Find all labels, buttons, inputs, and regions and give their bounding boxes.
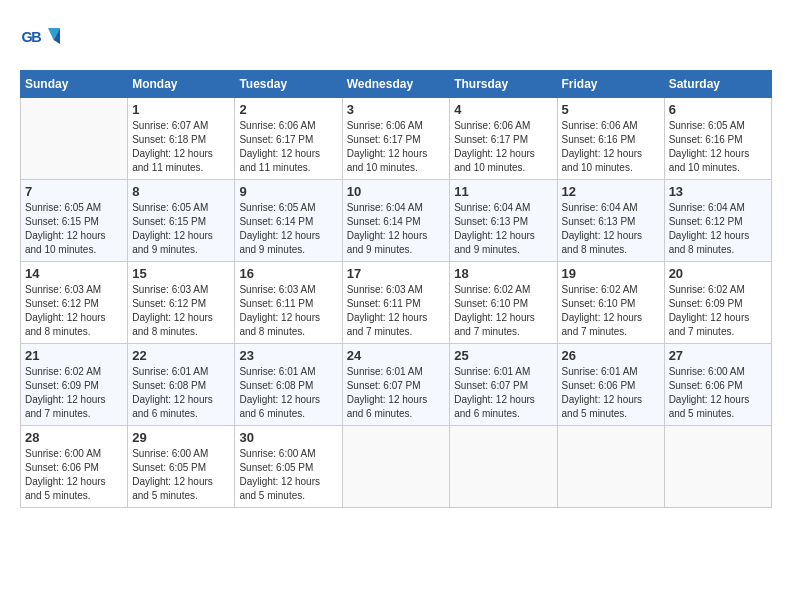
day-number: 16 [239,266,337,281]
day-info: Sunrise: 6:06 AMSunset: 6:16 PMDaylight:… [562,119,660,175]
day-info: Sunrise: 6:02 AMSunset: 6:09 PMDaylight:… [669,283,767,339]
calendar-cell: 7Sunrise: 6:05 AMSunset: 6:15 PMDaylight… [21,180,128,262]
day-info: Sunrise: 6:06 AMSunset: 6:17 PMDaylight:… [239,119,337,175]
col-header-saturday: Saturday [664,71,771,98]
calendar-cell: 8Sunrise: 6:05 AMSunset: 6:15 PMDaylight… [128,180,235,262]
calendar-cell: 1Sunrise: 6:07 AMSunset: 6:18 PMDaylight… [128,98,235,180]
day-number: 5 [562,102,660,117]
day-info: Sunrise: 6:01 AMSunset: 6:07 PMDaylight:… [347,365,446,421]
calendar-cell [21,98,128,180]
day-number: 30 [239,430,337,445]
day-info: Sunrise: 6:04 AMSunset: 6:12 PMDaylight:… [669,201,767,257]
calendar-cell: 13Sunrise: 6:04 AMSunset: 6:12 PMDayligh… [664,180,771,262]
day-number: 11 [454,184,552,199]
day-info: Sunrise: 6:03 AMSunset: 6:12 PMDaylight:… [25,283,123,339]
calendar-cell: 23Sunrise: 6:01 AMSunset: 6:08 PMDayligh… [235,344,342,426]
day-info: Sunrise: 6:02 AMSunset: 6:09 PMDaylight:… [25,365,123,421]
calendar-cell: 27Sunrise: 6:00 AMSunset: 6:06 PMDayligh… [664,344,771,426]
calendar-cell: 16Sunrise: 6:03 AMSunset: 6:11 PMDayligh… [235,262,342,344]
day-number: 23 [239,348,337,363]
day-info: Sunrise: 6:03 AMSunset: 6:12 PMDaylight:… [132,283,230,339]
calendar-cell: 3Sunrise: 6:06 AMSunset: 6:17 PMDaylight… [342,98,450,180]
calendar-cell: 12Sunrise: 6:04 AMSunset: 6:13 PMDayligh… [557,180,664,262]
calendar-cell [664,426,771,508]
day-number: 17 [347,266,446,281]
calendar-table: SundayMondayTuesdayWednesdayThursdayFrid… [20,70,772,508]
logo: G B [20,20,64,60]
calendar-cell: 10Sunrise: 6:04 AMSunset: 6:14 PMDayligh… [342,180,450,262]
day-number: 10 [347,184,446,199]
day-info: Sunrise: 6:06 AMSunset: 6:17 PMDaylight:… [454,119,552,175]
day-info: Sunrise: 6:04 AMSunset: 6:14 PMDaylight:… [347,201,446,257]
day-info: Sunrise: 6:03 AMSunset: 6:11 PMDaylight:… [239,283,337,339]
calendar-cell: 28Sunrise: 6:00 AMSunset: 6:06 PMDayligh… [21,426,128,508]
day-number: 2 [239,102,337,117]
day-number: 8 [132,184,230,199]
col-header-thursday: Thursday [450,71,557,98]
day-info: Sunrise: 6:02 AMSunset: 6:10 PMDaylight:… [454,283,552,339]
svg-text:B: B [31,29,41,45]
calendar-cell: 2Sunrise: 6:06 AMSunset: 6:17 PMDaylight… [235,98,342,180]
col-header-tuesday: Tuesday [235,71,342,98]
day-number: 25 [454,348,552,363]
calendar-cell: 9Sunrise: 6:05 AMSunset: 6:14 PMDaylight… [235,180,342,262]
col-header-friday: Friday [557,71,664,98]
calendar-cell: 22Sunrise: 6:01 AMSunset: 6:08 PMDayligh… [128,344,235,426]
day-number: 6 [669,102,767,117]
day-info: Sunrise: 6:00 AMSunset: 6:06 PMDaylight:… [25,447,123,503]
calendar-cell: 26Sunrise: 6:01 AMSunset: 6:06 PMDayligh… [557,344,664,426]
col-header-monday: Monday [128,71,235,98]
day-number: 20 [669,266,767,281]
day-info: Sunrise: 6:05 AMSunset: 6:14 PMDaylight:… [239,201,337,257]
day-number: 27 [669,348,767,363]
calendar-cell: 18Sunrise: 6:02 AMSunset: 6:10 PMDayligh… [450,262,557,344]
day-info: Sunrise: 6:06 AMSunset: 6:17 PMDaylight:… [347,119,446,175]
col-header-wednesday: Wednesday [342,71,450,98]
calendar-cell: 30Sunrise: 6:00 AMSunset: 6:05 PMDayligh… [235,426,342,508]
day-info: Sunrise: 6:04 AMSunset: 6:13 PMDaylight:… [562,201,660,257]
calendar-cell: 15Sunrise: 6:03 AMSunset: 6:12 PMDayligh… [128,262,235,344]
calendar-week-row: 7Sunrise: 6:05 AMSunset: 6:15 PMDaylight… [21,180,772,262]
calendar-header-row: SundayMondayTuesdayWednesdayThursdayFrid… [21,71,772,98]
calendar-week-row: 21Sunrise: 6:02 AMSunset: 6:09 PMDayligh… [21,344,772,426]
day-info: Sunrise: 6:02 AMSunset: 6:10 PMDaylight:… [562,283,660,339]
day-info: Sunrise: 6:03 AMSunset: 6:11 PMDaylight:… [347,283,446,339]
day-info: Sunrise: 6:00 AMSunset: 6:05 PMDaylight:… [239,447,337,503]
day-number: 18 [454,266,552,281]
day-number: 7 [25,184,123,199]
calendar-cell: 14Sunrise: 6:03 AMSunset: 6:12 PMDayligh… [21,262,128,344]
day-number: 26 [562,348,660,363]
calendar-cell: 6Sunrise: 6:05 AMSunset: 6:16 PMDaylight… [664,98,771,180]
day-number: 14 [25,266,123,281]
day-info: Sunrise: 6:01 AMSunset: 6:08 PMDaylight:… [239,365,337,421]
calendar-cell [342,426,450,508]
day-info: Sunrise: 6:05 AMSunset: 6:15 PMDaylight:… [132,201,230,257]
calendar-week-row: 1Sunrise: 6:07 AMSunset: 6:18 PMDaylight… [21,98,772,180]
day-number: 4 [454,102,552,117]
day-number: 19 [562,266,660,281]
col-header-sunday: Sunday [21,71,128,98]
day-info: Sunrise: 6:05 AMSunset: 6:16 PMDaylight:… [669,119,767,175]
calendar-cell: 20Sunrise: 6:02 AMSunset: 6:09 PMDayligh… [664,262,771,344]
day-info: Sunrise: 6:05 AMSunset: 6:15 PMDaylight:… [25,201,123,257]
day-number: 21 [25,348,123,363]
day-number: 1 [132,102,230,117]
day-number: 9 [239,184,337,199]
day-number: 12 [562,184,660,199]
day-info: Sunrise: 6:04 AMSunset: 6:13 PMDaylight:… [454,201,552,257]
calendar-cell: 24Sunrise: 6:01 AMSunset: 6:07 PMDayligh… [342,344,450,426]
calendar-cell: 11Sunrise: 6:04 AMSunset: 6:13 PMDayligh… [450,180,557,262]
day-number: 22 [132,348,230,363]
day-info: Sunrise: 6:01 AMSunset: 6:08 PMDaylight:… [132,365,230,421]
calendar-cell [557,426,664,508]
calendar-cell [450,426,557,508]
calendar-cell: 21Sunrise: 6:02 AMSunset: 6:09 PMDayligh… [21,344,128,426]
calendar-cell: 5Sunrise: 6:06 AMSunset: 6:16 PMDaylight… [557,98,664,180]
calendar-cell: 25Sunrise: 6:01 AMSunset: 6:07 PMDayligh… [450,344,557,426]
day-info: Sunrise: 6:01 AMSunset: 6:07 PMDaylight:… [454,365,552,421]
day-number: 28 [25,430,123,445]
page-header: G B [20,20,772,60]
day-number: 15 [132,266,230,281]
logo-icon: G B [20,20,60,60]
calendar-week-row: 14Sunrise: 6:03 AMSunset: 6:12 PMDayligh… [21,262,772,344]
